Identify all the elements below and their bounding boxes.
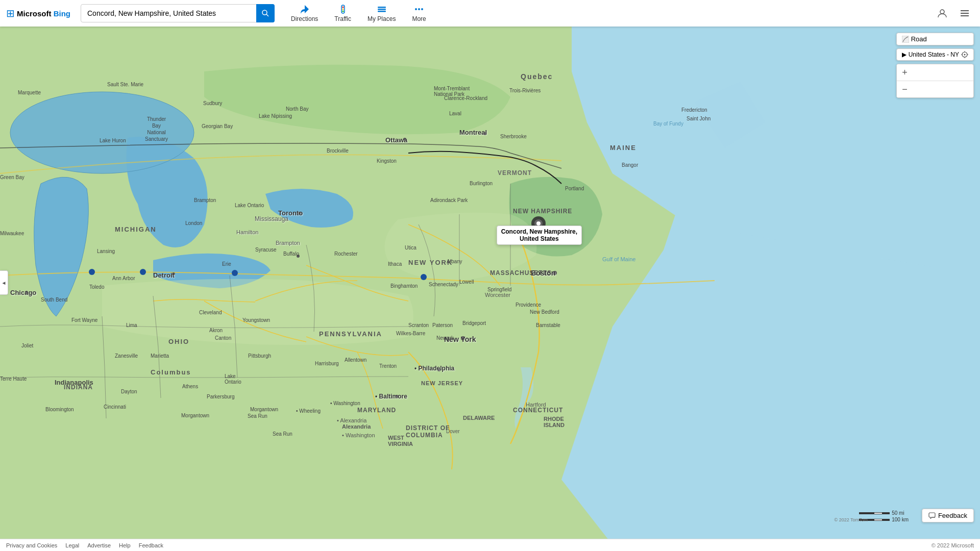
collapse-icon: ◄ <box>2 280 7 286</box>
svg-point-4 <box>342 9 344 10</box>
map-controls: Road ▶ United States - NY + − <box>896 33 974 98</box>
traffic-icon <box>338 4 348 14</box>
header-right <box>933 4 980 22</box>
map-container[interactable]: Montreal Ottawa Toronto Detroit Chicago … <box>0 27 980 539</box>
zoom-controls: + − <box>896 64 974 98</box>
svg-line-1 <box>266 14 268 16</box>
hamburger-icon <box>960 8 970 18</box>
search-input[interactable]: Concord, New Hampshire, United States <box>81 4 275 22</box>
my-places-label: My Places <box>368 15 396 22</box>
svg-point-30 <box>172 272 175 276</box>
svg-rect-13 <box>961 10 969 11</box>
feedback-btn-label: Feedback <box>938 512 967 519</box>
privacy-link[interactable]: Privacy and Cookies <box>6 542 57 548</box>
tomtom-attribution: © 2022 TomTom <box>835 517 868 522</box>
svg-point-33 <box>461 336 465 340</box>
svg-point-22 <box>232 270 238 276</box>
feedback-button[interactable]: Feedback <box>922 509 974 522</box>
svg-point-11 <box>421 8 423 10</box>
scale-km: 100 km <box>892 517 909 522</box>
road-icon <box>902 36 909 43</box>
location-icon <box>961 51 968 58</box>
svg-rect-6 <box>378 7 386 8</box>
bing-logo: Microsoft Bing <box>17 9 70 18</box>
help-link[interactable]: Help <box>119 542 131 548</box>
svg-point-21 <box>140 269 146 275</box>
my-places-button[interactable]: My Places <box>359 0 404 27</box>
svg-rect-8 <box>378 11 386 12</box>
svg-rect-44 <box>929 513 935 517</box>
directions-icon <box>300 4 310 14</box>
map-svg[interactable] <box>0 27 980 539</box>
zoom-in-button[interactable]: + <box>897 64 913 81</box>
footer: Privacy and Cookies Legal Advertise Help… <box>0 539 980 551</box>
svg-point-0 <box>262 10 267 15</box>
svg-rect-7 <box>378 9 386 10</box>
footer-copyright: © 2022 Microsoft <box>932 542 974 548</box>
directions-button[interactable]: Directions <box>283 0 326 27</box>
account-icon <box>937 8 947 18</box>
svg-point-9 <box>415 8 417 10</box>
svg-point-28 <box>403 138 406 141</box>
svg-rect-15 <box>961 15 969 16</box>
more-icon <box>414 4 424 14</box>
footer-feedback-link[interactable]: Feedback <box>139 542 163 548</box>
svg-point-20 <box>89 269 95 275</box>
svg-point-36 <box>297 255 300 258</box>
location-selector-label: United States - NY <box>909 51 959 58</box>
road-btn-label: Road <box>911 35 927 43</box>
svg-point-26 <box>536 221 541 226</box>
svg-point-5 <box>342 11 344 12</box>
collapse-panel-button[interactable]: ◄ <box>0 270 8 295</box>
svg-point-27 <box>483 132 486 135</box>
svg-point-12 <box>940 10 944 14</box>
traffic-button[interactable]: Traffic <box>326 0 359 27</box>
road-view-button[interactable]: Road <box>896 33 974 45</box>
account-button[interactable] <box>933 4 951 22</box>
search-button[interactable] <box>256 4 275 22</box>
footer-left: Privacy and Cookies Legal Advertise Help… <box>6 542 163 548</box>
scale-miles: 50 mi <box>892 510 904 516</box>
logo-area: ⊞ Microsoft Bing <box>0 7 77 19</box>
svg-rect-14 <box>961 13 969 14</box>
svg-point-29 <box>298 212 301 215</box>
search-box-container: Concord, New Hampshire, United States <box>81 4 275 22</box>
feedback-icon <box>928 512 936 519</box>
svg-point-39 <box>964 54 966 56</box>
location-selector-button[interactable]: ▶ United States - NY <box>896 48 974 61</box>
svg-point-35 <box>396 395 399 398</box>
more-label: More <box>412 15 426 22</box>
search-icon <box>261 9 270 17</box>
header: ⊞ Microsoft Bing Concord, New Hampshire,… <box>0 0 980 27</box>
more-button[interactable]: More <box>404 0 434 27</box>
svg-point-32 <box>553 271 557 275</box>
zoom-out-button[interactable]: − <box>897 81 913 97</box>
svg-point-3 <box>342 7 344 8</box>
directions-label: Directions <box>291 15 318 22</box>
nav-buttons: Directions Traffic My Places <box>283 0 434 27</box>
ms-logo[interactable]: ⊞ <box>6 7 15 19</box>
menu-button[interactable] <box>955 4 974 22</box>
advertise-link[interactable]: Advertise <box>87 542 111 548</box>
svg-point-10 <box>418 8 420 10</box>
legal-link[interactable]: Legal <box>65 542 79 548</box>
svg-point-31 <box>25 291 28 294</box>
traffic-label: Traffic <box>334 15 351 22</box>
svg-point-23 <box>421 274 427 280</box>
svg-point-34 <box>437 368 440 371</box>
my-places-icon <box>377 4 387 14</box>
